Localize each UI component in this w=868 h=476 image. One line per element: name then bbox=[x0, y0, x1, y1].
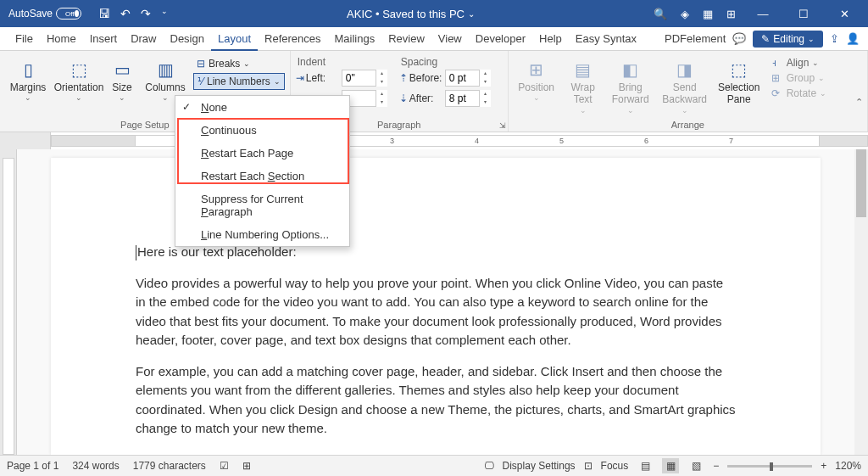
qat-dropdown-icon[interactable]: ⌄ bbox=[161, 7, 168, 20]
ln-suppress[interactable]: Suppress for Current Paragraph bbox=[175, 188, 349, 223]
tab-pdfelement[interactable]: PDFelement bbox=[658, 27, 732, 51]
save-icon[interactable]: 🖫 bbox=[98, 7, 110, 20]
tab-home[interactable]: Home bbox=[40, 27, 83, 51]
focus-icon[interactable]: ⊡ bbox=[584, 460, 593, 472]
rotate-icon: ⟳ bbox=[771, 87, 783, 99]
word-count[interactable]: 324 words bbox=[72, 460, 119, 472]
spin-down[interactable]: ▾ bbox=[480, 98, 491, 107]
tab-esh[interactable]: Easy Syntax Highlighter bbox=[569, 27, 658, 51]
align-button[interactable]: ⫞ Align ⌄ bbox=[768, 56, 830, 70]
zoom-level[interactable]: 120% bbox=[835, 460, 861, 472]
display-settings-icon[interactable]: 🖵 bbox=[484, 460, 494, 472]
bring-forward-icon: ◧ bbox=[619, 58, 643, 81]
horizontal-ruler[interactable]: 1234567 bbox=[0, 132, 868, 149]
orientation-button[interactable]: ⬚ Orientation ⌄ bbox=[56, 54, 102, 118]
text-cursor bbox=[136, 245, 136, 260]
chevron-down-icon: ⌄ bbox=[274, 77, 281, 86]
grid-icon[interactable]: ⊞ bbox=[726, 8, 736, 20]
spellcheck-icon[interactable]: ☑ bbox=[220, 460, 229, 472]
user-icon[interactable]: 👤 bbox=[846, 32, 860, 45]
page-count[interactable]: Page 1 of 1 bbox=[7, 460, 58, 472]
size-button[interactable]: ▭ Size ⌄ bbox=[107, 54, 137, 118]
redo-icon[interactable]: ↷ bbox=[141, 7, 151, 20]
ribbon-tabs: File Home Insert Draw Design Layout Refe… bbox=[0, 27, 868, 51]
undo-icon[interactable]: ↶ bbox=[120, 7, 131, 20]
autosave-toggle[interactable]: AutoSave Off bbox=[8, 8, 81, 20]
ln-restart-section[interactable]: Restart Each Section bbox=[175, 165, 349, 188]
zoom-out-icon[interactable]: − bbox=[713, 460, 719, 472]
editing-mode-button[interactable]: ✎ Editing ⌄ bbox=[753, 31, 823, 48]
titlebar: AutoSave Off 🖫 ↶ ↷ ⌄ AKIC • Saved to thi… bbox=[0, 0, 868, 27]
web-layout-icon[interactable]: ▧ bbox=[687, 458, 704, 473]
tab-review[interactable]: Review bbox=[381, 27, 431, 51]
chevron-down-icon: ⌄ bbox=[25, 93, 31, 102]
paragraph-dialog-launcher[interactable]: ⇲ bbox=[499, 121, 506, 130]
read-mode-icon[interactable]: ▤ bbox=[637, 458, 654, 473]
position-button[interactable]: ⊞ Position ⌄ bbox=[514, 54, 559, 118]
tab-view[interactable]: View bbox=[431, 27, 469, 51]
breaks-icon: ⊟ bbox=[197, 58, 205, 70]
spin-down[interactable]: ▾ bbox=[480, 78, 491, 87]
line-numbers-button[interactable]: ⅟ Line Numbers ⌄ bbox=[193, 73, 285, 90]
chevron-down-icon: ⌄ bbox=[533, 93, 540, 102]
tab-references[interactable]: References bbox=[258, 27, 327, 51]
zoom-slider[interactable] bbox=[727, 465, 812, 468]
chevron-down-icon: ⌄ bbox=[812, 59, 819, 67]
app-icon[interactable]: ▦ bbox=[703, 8, 713, 20]
ln-none[interactable]: ✓ None bbox=[175, 96, 349, 119]
group-button[interactable]: ⊞ Group ⌄ bbox=[768, 71, 830, 85]
focus-label[interactable]: Focus bbox=[601, 460, 629, 472]
autosave-label: AutoSave bbox=[8, 8, 53, 20]
tab-insert[interactable]: Insert bbox=[83, 27, 125, 51]
margins-icon: ▯ bbox=[16, 58, 40, 81]
spin-up[interactable]: ▴ bbox=[480, 70, 491, 78]
tab-file[interactable]: File bbox=[8, 27, 40, 51]
position-icon: ⊞ bbox=[525, 58, 548, 81]
ribbon-collapse-icon[interactable]: ⌃ bbox=[855, 97, 863, 108]
send-backward-button[interactable]: ◨ Send Backward ⌄ bbox=[659, 54, 710, 118]
vertical-ruler[interactable] bbox=[0, 149, 17, 455]
vertical-scrollbar[interactable] bbox=[854, 149, 868, 455]
spin-down[interactable]: ▾ bbox=[376, 78, 387, 87]
tab-mailings[interactable]: Mailings bbox=[328, 27, 382, 51]
ln-options[interactable]: Line Numbering Options... bbox=[175, 223, 349, 246]
ln-restart-page[interactable]: Restart Each Page bbox=[175, 142, 349, 165]
document-area: Here is our text placeholder: Video prov… bbox=[0, 149, 868, 455]
maximize-button[interactable]: ☐ bbox=[790, 8, 817, 20]
ruler-tick: 4 bbox=[475, 137, 479, 145]
wrap-icon: ▤ bbox=[571, 58, 595, 81]
tab-draw[interactable]: Draw bbox=[124, 27, 163, 51]
rotate-button[interactable]: ⟳ Rotate ⌄ bbox=[768, 87, 830, 100]
tab-layout[interactable]: Layout bbox=[211, 27, 258, 51]
tab-help[interactable]: Help bbox=[532, 27, 569, 51]
spin-up[interactable]: ▴ bbox=[376, 70, 387, 78]
scrollbar-thumb[interactable] bbox=[856, 149, 866, 217]
document-canvas[interactable]: Here is our text placeholder: Video prov… bbox=[51, 158, 821, 455]
wrap-text-button[interactable]: ▤ Wrap Text ⌄ bbox=[565, 54, 602, 118]
minimize-button[interactable]: — bbox=[749, 8, 776, 20]
tab-design[interactable]: Design bbox=[164, 27, 211, 51]
spin-down[interactable]: ▾ bbox=[376, 98, 387, 107]
accessibility-icon[interactable]: ⊞ bbox=[242, 460, 251, 472]
bring-forward-button[interactable]: ◧ Bring Forward ⌄ bbox=[607, 54, 654, 118]
title-dropdown-icon[interactable]: ⌄ bbox=[468, 9, 475, 19]
spin-up[interactable]: ▴ bbox=[480, 90, 491, 98]
zoom-in-icon[interactable]: + bbox=[821, 460, 826, 472]
breaks-button[interactable]: ⊟ Breaks ⌄ bbox=[193, 56, 285, 71]
ribbon-layout: ▯ Margins ⌄ ⬚ Orientation ⌄ ▭ Size ⌄ ▥ C… bbox=[0, 51, 868, 132]
search-icon[interactable]: 🔍 bbox=[654, 8, 667, 20]
margins-button[interactable]: ▯ Margins ⌄ bbox=[5, 54, 51, 118]
char-count[interactable]: 1779 characters bbox=[133, 460, 206, 472]
close-button[interactable]: ✕ bbox=[831, 8, 858, 20]
display-settings-label[interactable]: Display Settings bbox=[503, 460, 576, 472]
print-layout-icon[interactable]: ▦ bbox=[662, 458, 679, 473]
autosave-switch[interactable]: Off bbox=[56, 8, 81, 20]
tab-developer[interactable]: Developer bbox=[469, 27, 532, 51]
spin-up[interactable]: ▴ bbox=[376, 90, 387, 98]
share-icon[interactable]: ⇪ bbox=[830, 32, 839, 45]
selection-pane-button[interactable]: ⬚ Selection Pane bbox=[715, 54, 763, 118]
ln-continuous[interactable]: Continuous bbox=[175, 119, 349, 142]
comments-icon[interactable]: 💬 bbox=[732, 32, 746, 45]
orientation-icon: ⬚ bbox=[67, 58, 91, 81]
diamond-icon[interactable]: ◈ bbox=[681, 8, 689, 20]
